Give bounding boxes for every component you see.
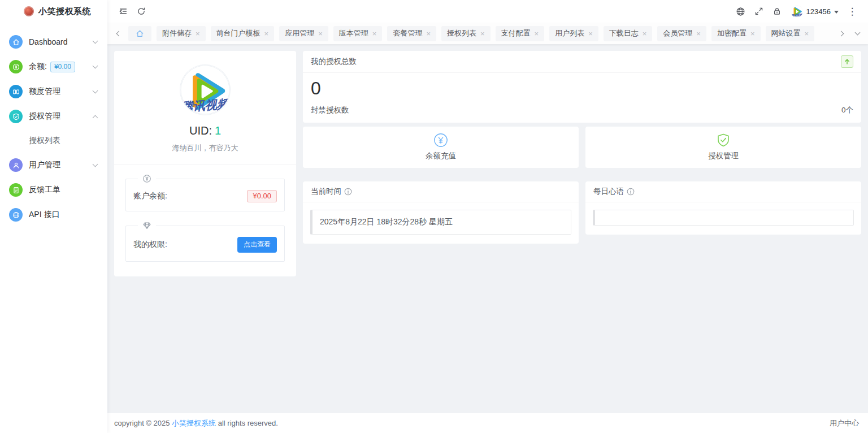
gem-icon bbox=[138, 221, 156, 232]
sidebar-subitem-auth-list[interactable]: 授权列表 bbox=[0, 129, 107, 153]
profile-avatar: 腾讯视频 bbox=[180, 65, 230, 115]
brand-link[interactable]: 小笑授权系统 bbox=[172, 419, 216, 427]
stats-banned-label: 封禁授权数 bbox=[311, 105, 349, 115]
permission-box: 我的权限: 点击查看 bbox=[125, 226, 285, 262]
close-icon[interactable]: × bbox=[588, 30, 593, 37]
stats-title: 我的授权总数 bbox=[311, 57, 357, 67]
home-tab-icon bbox=[136, 29, 144, 38]
tab-item[interactable]: 版本管理× bbox=[333, 26, 383, 41]
sidebar-item-label: 用户管理 bbox=[29, 160, 93, 170]
topbar: 腾讯视频 123456 ⋮ bbox=[107, 0, 868, 23]
sidebar-item-balance[interactable]: 余额:¥0.00 bbox=[0, 54, 107, 79]
balance-box: 账户余额: ¥0.00 bbox=[125, 179, 285, 211]
caret-down-icon bbox=[834, 11, 839, 14]
uid-label: UID: bbox=[189, 124, 212, 137]
chevron-down-icon bbox=[93, 63, 98, 68]
language-globe-icon[interactable] bbox=[732, 3, 750, 20]
auth-manage-label: 授权管理 bbox=[708, 151, 739, 161]
stats-banned-value: 0个 bbox=[841, 105, 853, 115]
main-column: 腾讯视频 123456 ⋮ 附件储存× 前台门户模板× 应用管理× 版本管理× … bbox=[107, 0, 868, 433]
shield-check-icon bbox=[716, 133, 731, 148]
right-column: 我的授权总数 0 封禁授权数 0个 bbox=[303, 51, 861, 244]
refresh-icon[interactable] bbox=[132, 3, 150, 20]
yuan-circle-icon bbox=[138, 174, 156, 185]
sidebar-item-tickets[interactable]: 反馈工单 bbox=[0, 177, 107, 202]
tab-item[interactable]: 支付配置× bbox=[496, 26, 545, 41]
menu-fold-icon[interactable] bbox=[114, 3, 132, 20]
uid-value: 1 bbox=[215, 124, 221, 137]
close-icon[interactable]: × bbox=[750, 30, 755, 37]
daily-quote-value bbox=[593, 210, 854, 226]
sidebar-item-label: 反馈工单 bbox=[29, 185, 97, 195]
tab-item[interactable]: 前台门户模板× bbox=[211, 26, 275, 41]
sidebar-item-api[interactable]: API 接口 bbox=[0, 202, 107, 227]
tab-item[interactable]: 用户列表× bbox=[549, 26, 598, 41]
sidebar-item-quota[interactable]: 额度管理 bbox=[0, 79, 107, 104]
avatar: 腾讯视频 bbox=[791, 5, 803, 18]
svg-text:腾讯视频: 腾讯视频 bbox=[180, 97, 230, 114]
tab-item[interactable]: 授权列表× bbox=[441, 26, 491, 41]
daily-quote-card: 每日心语 bbox=[585, 181, 861, 235]
recharge-label: 余额充值 bbox=[426, 151, 456, 161]
yuan-circle-icon bbox=[433, 133, 448, 148]
close-icon[interactable]: × bbox=[318, 30, 323, 37]
profile-detail-boxes: 账户余额: ¥0.00 我的权限: 点击查看 bbox=[114, 164, 296, 262]
auth-manage-card[interactable]: 授权管理 bbox=[585, 127, 861, 168]
chevron-down-icon bbox=[93, 88, 98, 93]
ticket-icon bbox=[9, 183, 23, 197]
tab-item[interactable]: 套餐管理× bbox=[387, 26, 436, 41]
close-icon[interactable]: × bbox=[696, 30, 701, 37]
daily-card-title: 每日心语 bbox=[593, 187, 624, 197]
tab-item[interactable]: 应用管理× bbox=[279, 26, 328, 41]
home-icon bbox=[9, 35, 23, 49]
chevron-down-icon bbox=[93, 38, 98, 44]
close-icon[interactable]: × bbox=[480, 30, 485, 37]
close-icon[interactable]: × bbox=[535, 30, 539, 37]
chevron-down-icon bbox=[93, 161, 98, 167]
tab-strip: 附件储存× 前台门户模板× 应用管理× 版本管理× 套餐管理× 授权列表× 支付… bbox=[107, 23, 868, 44]
info-cards: 当前时间 2025年8月22日 18时32分28秒 星期五 每日心语 bbox=[303, 181, 861, 244]
tab-item[interactable]: 会员管理× bbox=[657, 26, 706, 41]
tab-item[interactable]: 下载日志× bbox=[604, 26, 653, 41]
chevron-up-icon bbox=[93, 115, 98, 120]
sidebar-item-users[interactable]: 用户管理 bbox=[0, 153, 107, 177]
copyright-text: copyright © 2025 小笑授权系统 all rights reser… bbox=[114, 418, 278, 428]
sidebar-item-label: 余额:¥0.00 bbox=[29, 62, 93, 72]
stats-total-value: 0 bbox=[311, 78, 853, 99]
close-icon[interactable]: × bbox=[196, 30, 200, 37]
tab-home[interactable] bbox=[128, 26, 151, 41]
close-icon[interactable]: × bbox=[643, 30, 647, 37]
balance-label: 账户余额: bbox=[133, 191, 167, 201]
close-icon[interactable]: × bbox=[426, 30, 431, 37]
close-icon[interactable]: × bbox=[805, 30, 809, 37]
profile-card: 腾讯视频 UID:1 海纳百川，有容乃大 账户余额: ¥0.00 bbox=[114, 51, 296, 276]
shield-check-icon bbox=[9, 110, 23, 123]
trend-up-button[interactable] bbox=[841, 55, 853, 68]
balance-amount-badge: ¥0.00 bbox=[247, 190, 277, 202]
sidebar-item-label: 授权管理 bbox=[29, 111, 93, 122]
recharge-card[interactable]: 余额充值 bbox=[303, 127, 579, 168]
user-menu[interactable]: 腾讯视频 123456 bbox=[791, 5, 839, 18]
tab-item[interactable]: 网站设置× bbox=[766, 26, 815, 41]
fullscreen-icon[interactable] bbox=[750, 3, 768, 20]
sidebar-item-auth[interactable]: 授权管理 bbox=[0, 104, 107, 129]
tab-item[interactable]: 附件储存× bbox=[157, 26, 206, 41]
lock-icon[interactable] bbox=[768, 3, 786, 20]
yuan-icon bbox=[9, 60, 23, 73]
sidebar-item-label: API 接口 bbox=[29, 210, 97, 220]
tabs-scroll-right[interactable] bbox=[837, 26, 847, 41]
permission-label: 我的权限: bbox=[133, 240, 167, 250]
more-menu-icon[interactable]: ⋮ bbox=[843, 3, 861, 20]
tab-item[interactable]: 加密配置× bbox=[711, 26, 761, 41]
tabs-scroll-left[interactable] bbox=[113, 26, 123, 41]
view-permission-button[interactable]: 点击查看 bbox=[237, 237, 277, 253]
app-logo-icon bbox=[24, 6, 34, 16]
info-icon bbox=[627, 188, 635, 196]
sidebar-item-dashboard[interactable]: Dashboard bbox=[0, 29, 107, 54]
quick-actions: 余额充值 授权管理 bbox=[303, 127, 861, 168]
close-icon[interactable]: × bbox=[264, 30, 269, 37]
user-center-link[interactable]: 用户中心 bbox=[830, 418, 859, 428]
svg-text:腾讯视频: 腾讯视频 bbox=[791, 13, 803, 18]
tabs-menu-dropdown[interactable] bbox=[852, 26, 862, 41]
close-icon[interactable]: × bbox=[372, 30, 377, 37]
